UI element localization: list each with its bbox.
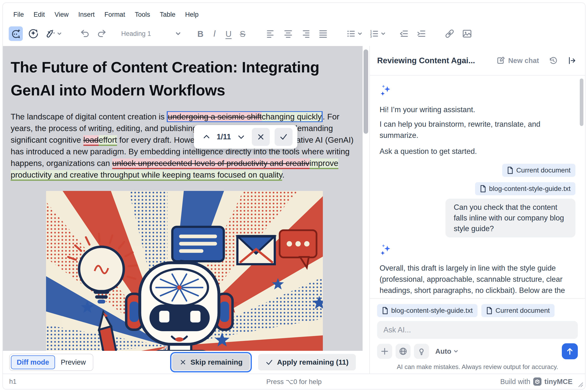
insert-image-button[interactable] bbox=[460, 26, 474, 41]
history-icon bbox=[548, 56, 558, 66]
redo-button[interactable] bbox=[95, 26, 109, 41]
align-center-icon bbox=[283, 28, 294, 39]
align-left-button[interactable] bbox=[264, 26, 278, 41]
outdent-button[interactable] bbox=[397, 26, 411, 41]
diff-mode-toggle[interactable]: Diff mode bbox=[11, 356, 55, 369]
ai-assistant-button[interactable] bbox=[9, 26, 23, 41]
menubar: File Edit View Insert Format Tools Table… bbox=[3, 3, 585, 24]
document-icon bbox=[382, 307, 388, 314]
editor-content-area[interactable]: The Future of Content Creation: Integrat… bbox=[3, 46, 363, 374]
add-attachment-button[interactable] bbox=[377, 344, 392, 359]
bullet-list-button[interactable] bbox=[344, 26, 364, 41]
context-chip-style-guide[interactable]: blog-content-style-guide.txt bbox=[475, 182, 575, 195]
chat-history-button[interactable] bbox=[547, 54, 559, 67]
assistant-welcome-line: Hi! I’m your writing assistant. bbox=[380, 104, 575, 115]
italic-button[interactable]: I bbox=[208, 26, 222, 41]
ask-ai-field[interactable] bbox=[377, 321, 578, 339]
menu-table[interactable]: Table bbox=[156, 9, 180, 20]
user-message: Can you check that the content falls inl… bbox=[445, 199, 575, 238]
arrow-up-icon bbox=[565, 347, 574, 356]
tinymce-logo-icon bbox=[533, 378, 541, 386]
ai-chat-icon bbox=[11, 28, 21, 39]
composer-context-chips: blog-content-style-guide.txt Current doc… bbox=[377, 304, 578, 317]
previous-diff-button[interactable] bbox=[201, 130, 212, 144]
selected-diff[interactable]: undergoing a seismic shiftchanging quick… bbox=[167, 111, 323, 122]
document-icon bbox=[486, 307, 492, 314]
justify-button[interactable] bbox=[316, 26, 330, 41]
editor-scrollbar-thumb[interactable] bbox=[364, 50, 368, 134]
outdent-icon bbox=[399, 28, 409, 39]
undo-button[interactable] bbox=[78, 26, 92, 41]
chevron-down-icon bbox=[237, 132, 246, 141]
document-title[interactable]: The Future of Content Creation: Integrat… bbox=[11, 56, 355, 102]
align-center-button[interactable] bbox=[281, 26, 295, 41]
image-icon bbox=[461, 28, 473, 39]
bold-button[interactable]: B bbox=[193, 26, 208, 41]
composer-chip-current-document[interactable]: Current document bbox=[481, 304, 554, 317]
collapse-right-icon bbox=[567, 56, 577, 66]
document-icon bbox=[507, 167, 513, 174]
document-icon bbox=[480, 185, 486, 192]
model-select-value: Auto bbox=[435, 348, 451, 356]
align-right-button[interactable] bbox=[299, 26, 313, 41]
underline-button[interactable]: U bbox=[222, 26, 236, 41]
menu-edit[interactable]: Edit bbox=[30, 9, 49, 20]
skip-remaining-button[interactable]: Skip remaining bbox=[172, 354, 250, 370]
chevron-down-icon bbox=[175, 30, 181, 37]
new-chat-button[interactable]: New chat bbox=[495, 56, 540, 66]
link-button[interactable] bbox=[443, 26, 457, 41]
next-diff-button[interactable] bbox=[235, 130, 247, 144]
accept-diff-button[interactable] bbox=[275, 128, 293, 146]
context-chip-current-document[interactable]: Current document bbox=[502, 164, 575, 177]
diff-del[interactable]: load bbox=[83, 135, 99, 146]
preview-toggle[interactable]: Preview bbox=[55, 356, 92, 369]
chat-transcript[interactable]: Hi! I’m your writing assistant. I can he… bbox=[370, 76, 585, 298]
composer-chip-style-guide[interactable]: blog-content-style-guide.txt bbox=[377, 304, 477, 317]
new-chat-icon bbox=[496, 56, 505, 65]
reject-diff-button[interactable] bbox=[252, 128, 270, 146]
menu-help[interactable]: Help bbox=[181, 9, 203, 20]
document-paragraph[interactable]: The landscape of digital content creatio… bbox=[11, 111, 355, 181]
block-format-select[interactable]: Heading 1 bbox=[119, 26, 184, 41]
menu-tools[interactable]: Tools bbox=[131, 9, 154, 20]
menu-insert[interactable]: Insert bbox=[74, 9, 99, 20]
diff-del[interactable]: unlock unprecedented levels of productiv… bbox=[112, 158, 310, 169]
editor-pane: The Future of Content Creation: Integrat… bbox=[3, 46, 370, 374]
numbered-list-button[interactable]: 1 2 3 bbox=[367, 26, 387, 41]
strikethrough-button[interactable]: S bbox=[236, 26, 250, 41]
skip-remaining-label: Skip remaining bbox=[191, 358, 243, 366]
resize-handle-icon[interactable] bbox=[577, 381, 583, 387]
new-chat-label: New chat bbox=[508, 57, 539, 65]
bullet-list-icon bbox=[346, 28, 356, 39]
diff-ins[interactable]: changing quickly bbox=[262, 112, 322, 122]
menu-format[interactable]: Format bbox=[100, 9, 129, 20]
align-left-icon bbox=[265, 28, 276, 39]
chat-scrollbar-thumb[interactable] bbox=[580, 78, 583, 126]
send-button[interactable] bbox=[562, 343, 578, 359]
assistant-welcome-line: I can help you brainstorm, rewrite, tran… bbox=[380, 119, 575, 141]
diff-del[interactable]: undergoing a seismic shift bbox=[168, 112, 262, 122]
menu-view[interactable]: View bbox=[51, 9, 73, 20]
context-chips: Current document blog-content-style-guid… bbox=[380, 164, 575, 195]
apply-remaining-button[interactable]: Apply remaining (11) bbox=[258, 354, 356, 370]
close-sidebar-button[interactable] bbox=[566, 54, 578, 67]
indent-button[interactable] bbox=[414, 26, 428, 41]
model-select[interactable]: Auto bbox=[435, 348, 459, 356]
editor-scrollbar[interactable] bbox=[363, 46, 369, 374]
tinymce-branding[interactable]: Build with tinyMCE bbox=[500, 378, 572, 386]
numbered-list-icon: 1 2 3 bbox=[369, 28, 380, 39]
ask-ai-input[interactable] bbox=[383, 325, 572, 334]
ai-quick-actions-button[interactable] bbox=[44, 26, 64, 41]
bold-glyph: B bbox=[197, 30, 203, 38]
x-icon bbox=[179, 358, 187, 366]
element-path[interactable]: h1 bbox=[9, 378, 17, 386]
chat-composer: blog-content-style-guide.txt Current doc… bbox=[370, 298, 585, 374]
menu-file[interactable]: File bbox=[9, 9, 28, 20]
document-image[interactable] bbox=[46, 191, 323, 359]
ai-shortcuts-button[interactable] bbox=[26, 26, 40, 41]
web-search-button[interactable] bbox=[396, 344, 411, 359]
x-icon bbox=[256, 132, 265, 141]
suggestions-button[interactable] bbox=[414, 344, 429, 359]
diff-ins[interactable]: effort bbox=[99, 135, 117, 146]
toolbar: Heading 1 B I U S bbox=[3, 21, 585, 46]
